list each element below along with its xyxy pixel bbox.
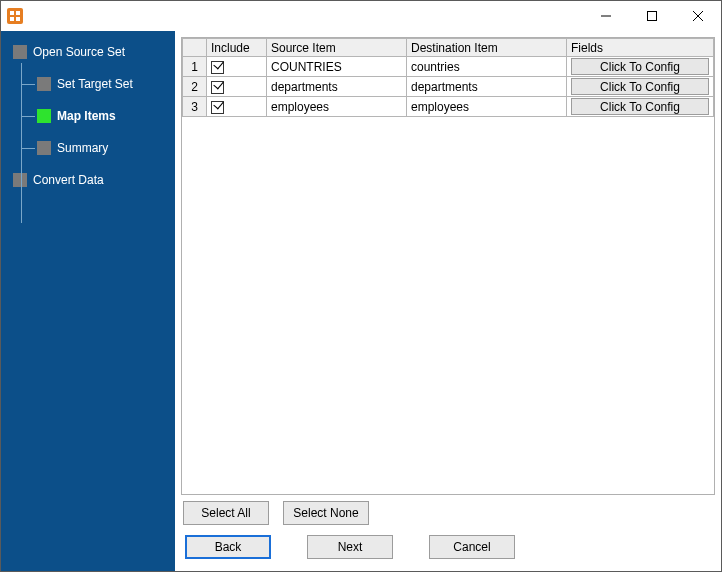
fields-cell: Click To Config — [567, 77, 714, 97]
step-status-box — [37, 77, 51, 91]
col-header-include[interactable]: Include — [207, 39, 267, 57]
step-label: Set Target Set — [57, 77, 133, 91]
table-row[interactable]: 3employeesemployeesClick To Config — [183, 97, 714, 117]
wizard-step-set-target-set[interactable]: Set Target Set — [13, 73, 175, 95]
step-status-box — [37, 109, 51, 123]
step-label: Convert Data — [33, 173, 104, 187]
include-cell[interactable] — [207, 97, 267, 117]
step-status-box — [37, 141, 51, 155]
fields-cell: Click To Config — [567, 97, 714, 117]
include-checkbox[interactable] — [211, 81, 224, 94]
include-cell[interactable] — [207, 77, 267, 97]
wizard-step-summary[interactable]: Summary — [13, 137, 175, 159]
include-cell[interactable] — [207, 57, 267, 77]
grid-corner — [183, 39, 207, 57]
maximize-button[interactable] — [629, 1, 675, 31]
col-header-fields[interactable]: Fields — [567, 39, 714, 57]
wizard-step-open-source-set[interactable]: Open Source Set — [13, 41, 175, 63]
source-item-cell[interactable]: departments — [267, 77, 407, 97]
back-button[interactable]: Back — [185, 535, 271, 559]
config-fields-button[interactable]: Click To Config — [571, 58, 709, 75]
svg-rect-1 — [648, 12, 657, 21]
step-status-box — [13, 45, 27, 59]
row-number: 1 — [183, 57, 207, 77]
source-item-cell[interactable]: COUNTRIES — [267, 57, 407, 77]
include-checkbox[interactable] — [211, 61, 224, 74]
wizard-step-convert-data[interactable]: Convert Data — [13, 169, 175, 191]
row-number: 2 — [183, 77, 207, 97]
source-item-cell[interactable]: employees — [267, 97, 407, 117]
fields-cell: Click To Config — [567, 57, 714, 77]
col-header-source[interactable]: Source Item — [267, 39, 407, 57]
destination-item-cell[interactable]: departments — [407, 77, 567, 97]
titlebar — [1, 1, 721, 31]
destination-item-cell[interactable]: countries — [407, 57, 567, 77]
minimize-button[interactable] — [583, 1, 629, 31]
select-all-button[interactable]: Select All — [183, 501, 269, 525]
step-label: Open Source Set — [33, 45, 125, 59]
step-label: Summary — [57, 141, 108, 155]
wizard-step-map-items[interactable]: Map Items — [13, 105, 175, 127]
app-window: Open Source SetSet Target SetMap ItemsSu… — [0, 0, 722, 572]
step-status-box — [13, 173, 27, 187]
row-number: 3 — [183, 97, 207, 117]
include-checkbox[interactable] — [211, 101, 224, 114]
step-label: Map Items — [57, 109, 116, 123]
col-header-destination[interactable]: Destination Item — [407, 39, 567, 57]
table-row[interactable]: 2departmentsdepartmentsClick To Config — [183, 77, 714, 97]
wizard-steps-sidebar: Open Source SetSet Target SetMap ItemsSu… — [1, 31, 175, 571]
cancel-button[interactable]: Cancel — [429, 535, 515, 559]
config-fields-button[interactable]: Click To Config — [571, 98, 709, 115]
next-button[interactable]: Next — [307, 535, 393, 559]
app-icon — [7, 8, 23, 24]
destination-item-cell[interactable]: employees — [407, 97, 567, 117]
close-button[interactable] — [675, 1, 721, 31]
table-row[interactable]: 1COUNTRIEScountriesClick To Config — [183, 57, 714, 77]
select-none-button[interactable]: Select None — [283, 501, 369, 525]
mapping-grid[interactable]: Include Source Item Destination Item Fie… — [181, 37, 715, 495]
config-fields-button[interactable]: Click To Config — [571, 78, 709, 95]
main-panel: Include Source Item Destination Item Fie… — [175, 31, 721, 571]
